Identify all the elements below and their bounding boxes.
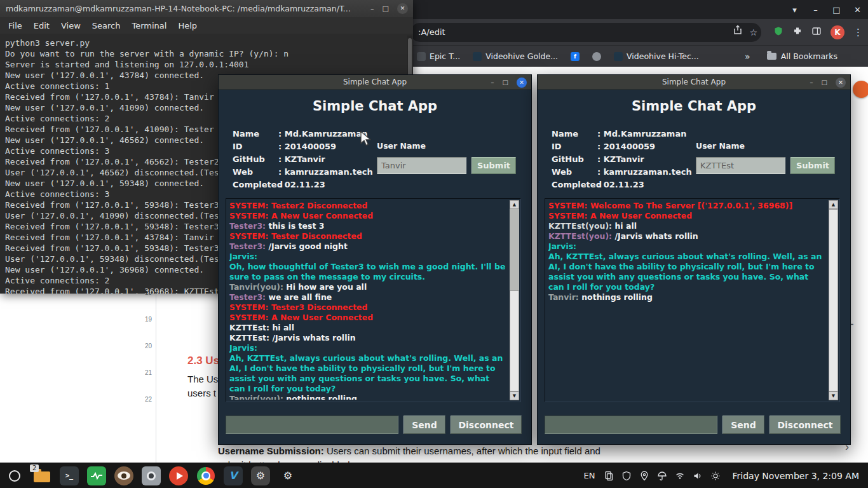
browser-minimize-button[interactable]: – [805,5,826,15]
dock-media-player-icon[interactable] [169,466,188,485]
chat-minimize-button[interactable]: – [491,79,494,86]
info-row: GitHub: KZTanvir [552,152,692,165]
line-number: 22 [141,396,156,423]
terminal-menu-item[interactable]: File [3,21,28,30]
chat-close-button[interactable]: ✕ [836,78,846,88]
line-number-ruler: 1819202122 [141,289,156,463]
message-prefix: Tanvir(you): [229,282,283,292]
address-bar[interactable]: :A/edit ☆ [410,23,761,42]
bookmark-star-icon[interactable]: ☆ [749,23,757,42]
bookmark-item[interactable]: Epic T... [417,51,460,61]
bookmark-item[interactable]: Videohive Golde... [473,51,558,61]
dock-files-icon[interactable]: 2 [32,466,51,485]
chat-close-button[interactable]: ✕ [517,78,527,88]
terminal-menubar: FileEditViewSearchTerminalHelp [0,17,413,34]
chat-maximize-button[interactable]: □ [822,79,827,86]
info-row: Web: kamruzzaman.tech [552,165,692,178]
chat-window-title: Simple Chat App [219,75,531,90]
terminal-close-button[interactable]: ✕ [397,3,408,14]
adblock-shield-icon[interactable] [773,26,783,39]
message-input[interactable] [226,416,398,434]
dock-workspaces-icon[interactable] [5,466,24,485]
chat-titlebar[interactable]: Simple Chat App – □ ✕ [219,75,531,90]
brightness-icon[interactable] [710,471,721,481]
chat-message: SYSTEM: Tester3 Disconnected [229,302,506,313]
chat-message: Tester3: we are all fine [229,292,506,302]
send-button[interactable]: Send [722,416,764,434]
chat-titlebar[interactable]: Simple Chat App – □ ✕ [538,75,850,90]
send-button[interactable]: Send [403,416,445,434]
terminal-menu-item[interactable]: Help [172,21,203,30]
terminal-menu-item[interactable]: View [55,21,86,30]
disconnect-button[interactable]: Disconnect [451,416,522,434]
dock-chrome-icon[interactable] [196,466,215,485]
message-prefix: Tester3: [229,292,266,302]
disconnect-button[interactable]: Disconnect [770,416,841,434]
bookmark-item[interactable] [592,52,601,61]
dock-screenshot-icon[interactable] [142,466,161,485]
info-row: Completed: 02.11.23 [552,178,692,191]
doc-paragraph: Username Submission: Users can submit th… [218,444,637,463]
wifi-icon[interactable] [675,471,685,481]
location-icon[interactable] [639,471,649,481]
browser-menu-icon[interactable]: ⋮ [853,27,863,38]
chat-window-title: Simple Chat App [538,75,850,90]
keyboard-layout-indicator[interactable]: EN [584,471,595,480]
message-text: Hi how are you all [283,282,367,292]
username-input[interactable] [377,157,466,174]
info-row: ID: 201400059 [233,140,373,152]
scroll-down-icon[interactable]: ▼ [510,391,519,400]
scroll-thumb[interactable] [510,290,519,391]
tab-search-icon[interactable]: ▾ [784,5,805,15]
side-panel-icon[interactable] [811,26,822,39]
umbrella-icon[interactable] [657,471,667,481]
url-text: :A/edit [418,27,445,37]
dock-vscode-icon[interactable]: V [224,466,243,485]
chat-maximize-button[interactable]: □ [503,79,508,86]
bookmark-item[interactable]: f [571,52,580,61]
message-text: Oh, how thoughtful of Tester3 to wish me… [229,262,506,282]
terminal-titlebar[interactable]: mdkamruzzaman@mdkamruzzaman-HP-14-Notebo… [0,0,413,17]
submit-button[interactable]: Submit [790,157,835,174]
shield-icon[interactable] [621,471,632,481]
terminal-menu-item[interactable]: Terminal [126,21,172,30]
terminal-menu-item[interactable]: Edit [28,21,55,30]
profile-avatar[interactable]: K [831,25,844,39]
terminal-maximize-button[interactable]: □ [383,0,389,17]
chat-scrollbar[interactable]: ▲ ▼ [510,200,519,400]
chat-scrollbar[interactable]: ▲ ▼ [829,200,838,400]
all-bookmarks-button[interactable]: All Bookmarks [767,51,837,61]
clipboard-icon[interactable] [604,471,614,481]
message-text: Tester2 Disconnected [269,201,368,210]
dock-settings-icon-active[interactable]: ⚙ [251,466,270,485]
bookmark-item[interactable]: Videohive Hi-Tec... [614,51,699,61]
browser-maximize-button[interactable]: □ [826,5,847,15]
bookmarks-overflow-icon[interactable]: » [745,51,750,62]
scroll-down-icon[interactable]: ▼ [829,391,838,400]
bookmark-favicon [592,52,601,61]
username-label: User Name [696,141,745,151]
share-icon[interactable] [733,23,743,42]
dock-settings-icon[interactable]: ⚙ [278,466,297,485]
dock-system-monitor-icon[interactable] [87,466,106,485]
extensions-puzzle-icon[interactable] [792,26,803,39]
folder-icon [34,471,50,482]
message-prefix: Tanvir(you): [229,394,283,400]
dock-terminal-icon[interactable]: >_ [60,466,79,485]
username-input[interactable] [696,157,785,174]
terminal-menu-item[interactable]: Search [86,21,126,30]
scroll-thumb[interactable] [829,209,838,391]
message-input[interactable] [545,416,717,434]
clock[interactable]: Friday November 3, 2:09 AM [732,471,859,481]
camera-lens-icon [147,471,156,480]
volume-icon[interactable] [693,471,703,481]
dock-eye-icon[interactable] [114,466,133,485]
terminal-minimize-button[interactable]: – [370,0,374,17]
browser-close-button[interactable]: ✕ [847,5,868,15]
chat-minimize-button[interactable]: – [810,79,813,86]
message-prefix: SYSTEM: [229,211,269,220]
scroll-up-icon[interactable]: ▲ [510,200,519,209]
submit-button[interactable]: Submit [471,157,516,174]
floating-action-button[interactable] [853,81,868,98]
scroll-up-icon[interactable]: ▲ [829,200,838,209]
